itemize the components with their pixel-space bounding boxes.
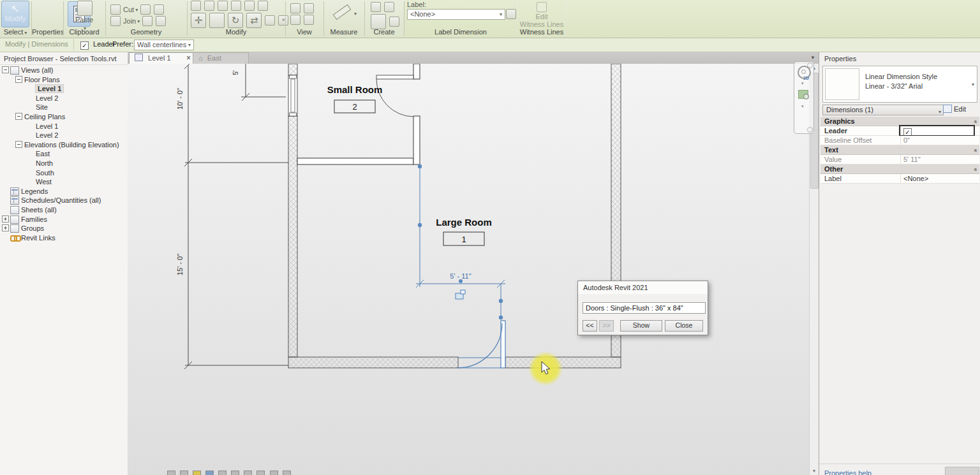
sidebar-item-ceiling-level-1[interactable]: Level 1 — [0, 121, 128, 131]
section-graphics[interactable]: Graphics « — [820, 117, 979, 126]
scroll-down-icon[interactable]: ▼ — [810, 467, 819, 475]
sidebar-item-views-all[interactable]: Views (all) — [0, 65, 128, 75]
measure-button[interactable]: ▾ — [333, 9, 357, 17]
close-tab-icon[interactable]: × — [186, 53, 191, 64]
section-other[interactable]: Other « — [820, 164, 979, 174]
split-icon[interactable] — [231, 1, 241, 11]
sidebar-item-sheets[interactable]: Sheets (all) — [0, 205, 128, 214]
scale-icon[interactable] — [167, 471, 175, 475]
leader-checkbox[interactable]: ✓ Leader — [80, 40, 115, 50]
group-icon[interactable] — [384, 2, 394, 12]
project-browser-title[interactable]: Project Browser - Selection Tools.rvt — [0, 52, 128, 65]
show-button[interactable]: Show — [620, 320, 662, 332]
dimension-text-selected[interactable]: 5' - 11" — [450, 272, 471, 280]
section-text[interactable]: Text « — [820, 145, 979, 155]
property-row-value[interactable]: Value 5' 11" — [820, 155, 979, 164]
create-similar-icon[interactable] — [371, 14, 386, 29]
visual-style-icon[interactable] — [205, 471, 214, 475]
collapse-icon[interactable] — [2, 66, 9, 73]
label-value[interactable]: <None> — [900, 174, 974, 183]
paint-icon[interactable] — [140, 4, 151, 15]
sun-path-icon[interactable] — [193, 471, 201, 475]
sidebar-item-ceiling-level-2[interactable]: Level 2 — [0, 130, 128, 140]
room-number-large[interactable]: 1 — [461, 235, 466, 244]
zoom-region-icon[interactable] — [798, 90, 808, 99]
sidebar-item-groups[interactable]: Groups — [0, 223, 128, 233]
align-icon[interactable] — [191, 1, 201, 11]
property-row-baseline-offset[interactable]: Baseline Offset 0" — [820, 136, 979, 145]
sidebar-item-level-1[interactable]: Level 1 — [0, 84, 128, 93]
collapse-icon[interactable] — [15, 76, 22, 83]
sidebar-item-level-2[interactable]: Level 2 — [0, 93, 128, 103]
dimension-5ft[interactable] — [241, 64, 286, 101]
collapse-section-icon[interactable]: « — [970, 120, 979, 123]
property-row-leader[interactable]: Leader ✓ — [820, 126, 979, 136]
edit-witness-lines-button[interactable]: Edit Witness Lines — [517, 1, 566, 28]
prefer-dropdown[interactable]: Wall centerlines ▾ — [134, 40, 194, 50]
tab-level-1[interactable]: Level 1 × — [129, 52, 197, 64]
linework-icon[interactable] — [304, 15, 314, 25]
sidebar-item-site[interactable]: Site — [0, 102, 128, 112]
sidebar-item-families[interactable]: Families — [0, 214, 128, 224]
collapse-section-icon[interactable]: « — [970, 168, 979, 171]
demolish-icon[interactable] — [154, 4, 164, 15]
override-graphics-icon[interactable] — [290, 15, 301, 25]
paste-icon[interactable] — [77, 1, 93, 16]
room-number-small[interactable]: 2 — [352, 102, 357, 112]
expand-icon[interactable] — [2, 216, 9, 223]
move-icon[interactable]: ✛ — [191, 13, 206, 28]
room-label-small[interactable]: Small Room — [327, 84, 383, 95]
sidebar-item-west[interactable]: West — [0, 177, 128, 186]
copy-icon[interactable] — [209, 13, 225, 28]
dimension-text-10ft[interactable]: 10' - 0" — [176, 88, 184, 110]
select-panel-label[interactable]: Select▾ — [0, 28, 31, 36]
exterior-walls[interactable] — [288, 64, 621, 368]
wall-joins-icon[interactable] — [142, 16, 152, 26]
shadows-icon[interactable] — [218, 471, 226, 475]
scale-icon[interactable] — [265, 15, 275, 26]
sidebar-item-south[interactable]: South — [0, 168, 128, 177]
offset-icon[interactable] — [204, 1, 214, 11]
hide-elements-icon[interactable] — [304, 3, 314, 13]
trim-icon[interactable] — [258, 1, 268, 11]
split-face-icon[interactable] — [156, 16, 166, 26]
dimension-text-5ft[interactable]: 5' — [232, 70, 239, 75]
modify-button[interactable]: ↖ Modify — [1, 1, 29, 27]
show-crop-icon[interactable] — [244, 471, 252, 475]
temporary-hide-icon[interactable] — [256, 471, 265, 475]
dimension-left-string[interactable] — [184, 64, 288, 369]
expand-icon[interactable] — [2, 224, 9, 231]
element-filter-dropdown[interactable]: Dimensions (1) ▾ — [822, 105, 944, 115]
dialog-title[interactable]: Autodesk Revit 2021 — [578, 281, 708, 294]
mirror-icon[interactable] — [218, 1, 228, 11]
navbar-options-icon[interactable] — [807, 127, 813, 133]
add-parameter-icon[interactable] — [506, 9, 516, 19]
dialog-message-field[interactable]: Doors : Single-Flush : 36" x 84" — [583, 302, 706, 314]
door-small-room[interactable] — [376, 75, 413, 117]
label-dropdown[interactable]: <None> ▾ — [407, 9, 505, 20]
sidebar-item-floor-plans[interactable]: Floor Plans — [0, 75, 128, 84]
sidebar-item-revit-links[interactable]: Revit Links — [0, 233, 128, 242]
edit-type-button[interactable]: Edit Type — [943, 104, 980, 115]
room-label-large[interactable]: Large Room — [436, 217, 492, 228]
close-button[interactable]: Close — [665, 320, 703, 332]
properties-panel-title[interactable]: Properties — [819, 52, 980, 64]
leader-value-cell[interactable]: ✓ — [900, 126, 974, 135]
sidebar-item-north[interactable]: North — [0, 158, 128, 168]
previous-button[interactable]: << — [583, 320, 597, 332]
next-button[interactable]: >> — [599, 320, 614, 332]
thin-lines-icon[interactable] — [290, 3, 301, 13]
tab-options-icon[interactable]: ▼ — [810, 55, 815, 61]
rotate-icon[interactable]: ↻ — [228, 13, 243, 28]
collapse-icon[interactable] — [15, 113, 22, 120]
drawing-canvas[interactable]: 10' - 0" 15' - 0" 5' Small Room 2 Large … — [128, 64, 809, 475]
tab-east[interactable]: ⌂ East — [193, 52, 249, 64]
window[interactable] — [288, 75, 297, 116]
cut-button[interactable]: Cut▾ — [110, 4, 165, 15]
sidebar-item-legends[interactable]: Legends — [0, 186, 128, 196]
constraints-icon[interactable] — [283, 471, 291, 475]
properties-help-link[interactable]: Properties help — [824, 469, 872, 475]
property-row-label[interactable]: Label <None> — [820, 174, 979, 184]
chevron-down-icon[interactable]: ▾ — [801, 81, 804, 86]
collapse-icon[interactable] — [15, 141, 22, 148]
